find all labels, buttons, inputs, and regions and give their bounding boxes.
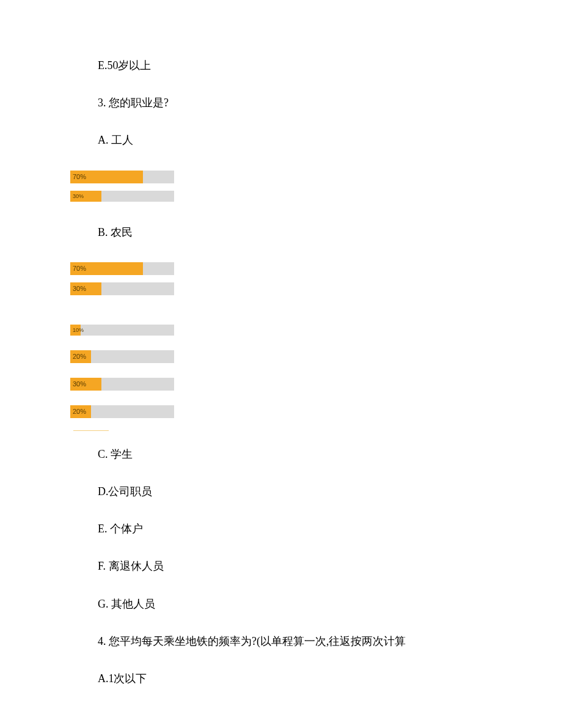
bar-row: 70% bbox=[70, 171, 174, 183]
bar-row: 20% bbox=[70, 405, 174, 418]
bar-row: 70% bbox=[70, 262, 174, 275]
bar-group-b-list: 10% 20% 30% 20% bbox=[70, 325, 562, 418]
bar-label: 20% bbox=[73, 353, 86, 360]
bar-label: 70% bbox=[73, 265, 86, 272]
bar-label: 10% bbox=[73, 327, 84, 333]
bar-row: 30% bbox=[70, 282, 174, 295]
bar-label: 20% bbox=[73, 408, 86, 415]
option-g-other: G. 其他人员 bbox=[0, 597, 562, 612]
option-a-worker: A. 工人 bbox=[0, 133, 562, 148]
option-e-age: E.50岁以上 bbox=[0, 58, 562, 73]
bar-label: 30% bbox=[73, 380, 86, 388]
bar-row: 30% bbox=[70, 191, 174, 202]
option-d-office: D.公司职员 bbox=[0, 484, 562, 499]
option-a-freq: A.1次以下 bbox=[0, 671, 562, 686]
option-b-farmer: B. 农民 bbox=[0, 225, 562, 240]
bar-row: 10% bbox=[70, 325, 174, 336]
bar-label: 70% bbox=[73, 173, 86, 180]
question-3: 3. 您的职业是? bbox=[0, 95, 562, 111]
bar-row: 20% bbox=[70, 350, 174, 363]
bar-group-b-pair: 70% 30% bbox=[70, 262, 562, 295]
bar-row: 30% bbox=[70, 378, 174, 391]
question-4: 4. 您平均每天乘坐地铁的频率为?(以单程算一次,往返按两次计算 bbox=[0, 634, 562, 649]
bar-label: 30% bbox=[73, 285, 86, 292]
option-c-student: C. 学生 bbox=[0, 447, 562, 462]
bar-label: 30% bbox=[73, 193, 84, 199]
option-f-retired: F. 离退休人员 bbox=[0, 559, 562, 574]
bar-group-a: 70% 30% bbox=[70, 171, 562, 202]
underline bbox=[73, 430, 109, 431]
option-e-self: E. 个体户 bbox=[0, 521, 562, 537]
